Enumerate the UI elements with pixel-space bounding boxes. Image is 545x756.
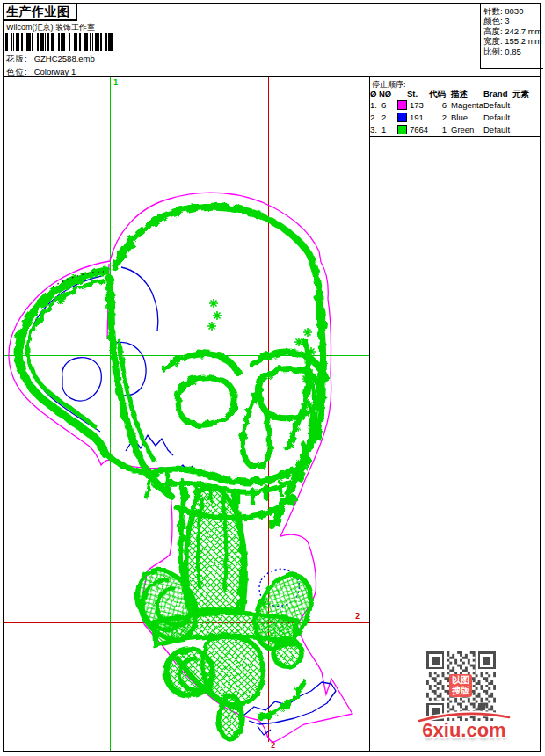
title-box: 生产作业图: [4, 4, 77, 21]
table-divider: [369, 136, 540, 137]
design-canvas: 1 2 2: [4, 77, 540, 751]
embroidery-design: [4, 77, 369, 751]
pattern-barcode: [5, 33, 113, 51]
page-title: 生产作业图: [4, 4, 76, 18]
height-row: 高度: 242.7 mm: [483, 26, 543, 36]
color-swatch: [397, 100, 407, 110]
color-swatch: [397, 125, 407, 134]
pattern-row: 花版:GZHC2588.emb: [6, 54, 95, 65]
color-count-row: 颜色: 3: [483, 16, 543, 25]
color-swatch: [397, 113, 407, 122]
pattern-value: GZHC2588.emb: [34, 54, 95, 63]
col-needle: NØ: [379, 89, 391, 98]
sheet-frame: 生产作业图 Wilcom(汇京) 装饰工作室 花版:GZHC2588.emb 色…: [3, 3, 541, 752]
watermark-brand: 6xiu.com: [407, 709, 521, 749]
col-brand: Brand: [483, 89, 507, 98]
col-code: 代码: [429, 89, 446, 100]
panel-divider: [369, 77, 370, 751]
col-num: Ø: [370, 89, 376, 98]
production-sheet: 生产作业图 Wilcom(汇京) 装饰工作室 花版:GZHC2588.emb 色…: [0, 0, 545, 756]
pattern-label: 花版:: [6, 54, 28, 63]
colorway-value: Colorway 1: [34, 67, 76, 76]
col-desc: 描述: [451, 89, 468, 100]
colorway-label: 色位:: [6, 67, 28, 76]
stitch-count-row: 针数: 8030: [483, 6, 543, 16]
col-stitches: St.: [407, 89, 418, 98]
col-element: 元素: [512, 89, 529, 100]
qr-stamp: 以图搜版: [449, 674, 472, 697]
width-row: 宽度: 155.2 mm: [483, 36, 543, 46]
spec-panel: 针数: 8030 颜色: 3 高度: 242.7 mm 宽度: 155.2 mm…: [480, 4, 543, 69]
scale-row: 比例: 0.85: [483, 47, 543, 56]
brand-site: 6xiu.com: [407, 719, 521, 742]
